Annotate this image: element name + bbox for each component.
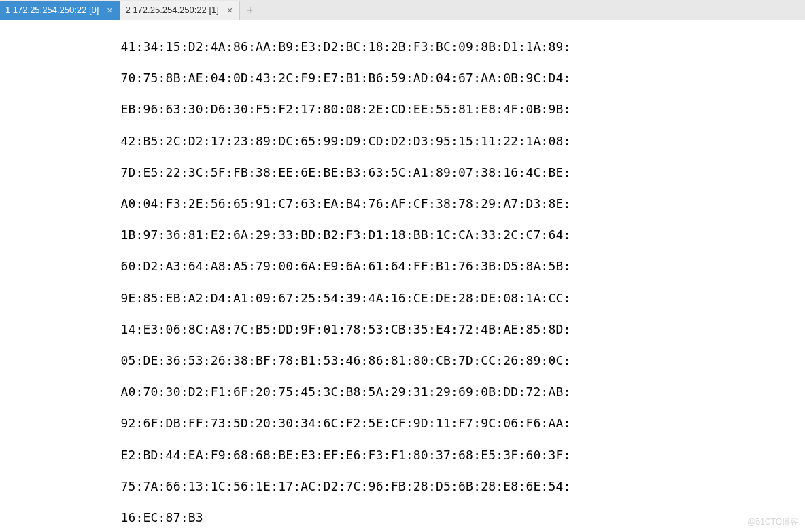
hex-output-line: 7D:E5:22:3C:5F:FB:38:EE:6E:BE:B3:63:5C:A… bbox=[3, 164, 802, 180]
hex-output-line: EB:96:63:30:D6:30:F5:F2:17:80:08:2E:CD:E… bbox=[3, 101, 802, 117]
tab-label: 2 172.25.254.250:22 [1] bbox=[126, 5, 219, 15]
hex-output-line: 14:E3:06:8C:A8:7C:B5:DD:9F:01:78:53:CB:3… bbox=[3, 321, 802, 337]
hex-output-line: 1B:97:36:81:E2:6A:29:33:BD:B2:F3:D1:18:B… bbox=[3, 227, 802, 243]
watermark: @51CTO博客 bbox=[747, 516, 798, 528]
tab-session-0[interactable]: 1 172.25.254.250:22 [0] × bbox=[0, 1, 120, 20]
hex-output-line: 70:75:8B:AE:04:0D:43:2C:F9:E7:B1:B6:59:A… bbox=[3, 70, 802, 86]
hex-output-line: 16:EC:87:B3 bbox=[3, 510, 802, 525]
hex-output-line: 05:DE:36:53:26:38:BF:78:B1:53:46:86:81:8… bbox=[3, 353, 802, 368]
hex-output-line: 92:6F:DB:FF:73:5D:20:30:34:6C:F2:5E:CF:9… bbox=[3, 415, 802, 431]
hex-output-line: 9E:85:EB:A2:D4:A1:09:67:25:54:39:4A:16:C… bbox=[3, 290, 802, 306]
add-tab-button[interactable]: + bbox=[240, 3, 260, 18]
hex-output-line: E2:BD:44:EA:F9:68:68:BE:E3:EF:E6:F3:F1:8… bbox=[3, 447, 802, 463]
close-icon[interactable]: × bbox=[105, 5, 114, 16]
terminal-output[interactable]: 41:34:15:D2:4A:86:AA:B9:E3:D2:BC:18:2B:F… bbox=[0, 20, 805, 532]
close-icon[interactable]: × bbox=[226, 5, 234, 16]
hex-output-line: A0:04:F3:2E:56:65:91:C7:63:EA:B4:76:AF:C… bbox=[3, 196, 802, 211]
hex-output-line: 41:34:15:D2:4A:86:AA:B9:E3:D2:BC:18:2B:F… bbox=[3, 39, 802, 54]
hex-output-line: 42:B5:2C:D2:17:23:89:DC:65:99:D9:CD:D2:D… bbox=[3, 133, 802, 149]
tab-session-1[interactable]: 2 172.25.254.250:22 [1] × bbox=[120, 1, 241, 20]
tab-bar: 1 172.25.254.250:22 [0] × 2 172.25.254.2… bbox=[0, 0, 805, 20]
hex-output-line: 75:7A:66:13:1C:56:1E:17:AC:D2:7C:96:FB:2… bbox=[3, 478, 802, 494]
tab-label: 1 172.25.254.250:22 [0] bbox=[5, 5, 99, 15]
hex-output-line: 60:D2:A3:64:A8:A5:79:00:6A:E9:6A:61:64:F… bbox=[3, 258, 802, 274]
hex-output-line: A0:70:30:D2:F1:6F:20:75:45:3C:B8:5A:29:3… bbox=[3, 384, 802, 400]
